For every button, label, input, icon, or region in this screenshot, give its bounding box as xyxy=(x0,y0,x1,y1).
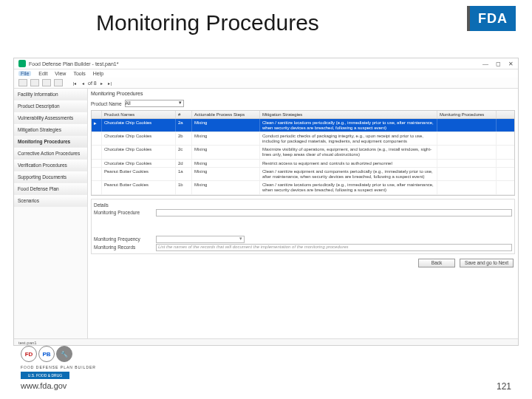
product-filter-label: Product Name xyxy=(91,101,122,106)
menu-edit[interactable]: Edit xyxy=(38,71,47,76)
close-icon[interactable]: ✕ xyxy=(508,61,514,67)
badge-pb-icon: PB xyxy=(38,346,55,362)
procedure-label: Monitoring Procedure xyxy=(94,210,153,215)
cell-step: Mixing xyxy=(192,168,260,180)
save-next-button[interactable]: Save and go to Next xyxy=(460,259,514,267)
records-placeholder: List the names of the records that will … xyxy=(158,245,348,249)
app-titlebar: Food Defense Plan Builder - test.pan1* —… xyxy=(14,58,518,69)
fdpb-label: FOOD DEFENSE PLAN BUILDER xyxy=(21,365,96,369)
cell-number: 2d xyxy=(176,160,192,168)
col-monitoring[interactable]: Monitoring Procedures xyxy=(437,111,497,118)
menubar: File Edit View Tools Help xyxy=(14,69,518,78)
sidebar-item-scenarios[interactable]: Scenarios xyxy=(14,195,87,207)
table-row[interactable]: Chocolate Chip Cookies2dMixingRestrict a… xyxy=(92,160,514,168)
cell-product: Chocolate Chip Cookies xyxy=(102,146,176,158)
cell-mitigation: Clean / sanitize equipment and component… xyxy=(260,168,437,180)
table-row[interactable]: Peanut Butter Cookies1bMixingClean / san… xyxy=(92,181,514,194)
grid: Product Names # Actionable Process Steps… xyxy=(91,110,515,196)
back-button[interactable]: Back xyxy=(418,259,455,267)
sidebar-item-facility[interactable]: Facility Information xyxy=(14,89,87,100)
cell-step: Mixing xyxy=(192,132,260,145)
cell-monitoring xyxy=(437,181,497,194)
cell-monitoring xyxy=(437,119,497,132)
cell-mitigation: Clean / sanitize locations periodically … xyxy=(260,181,437,194)
menu-tools[interactable]: Tools xyxy=(73,71,85,76)
table-row[interactable]: Peanut Butter Cookies1aMixingClean / san… xyxy=(92,168,514,181)
fdpb-badges: FD PB 🔧 xyxy=(21,346,72,362)
cell-mitigation: Restrict access to equipment and control… xyxy=(260,160,437,168)
procedure-input[interactable] xyxy=(156,209,512,216)
cell-product: Peanut Butter Cookies xyxy=(102,181,176,194)
statusbar: test.pan1 xyxy=(14,338,518,347)
badge-fd-icon: FD xyxy=(21,346,37,362)
cell-product: Chocolate Chip Cookies xyxy=(102,160,176,168)
window-title: Food Defense Plan Builder - test.pan1* xyxy=(29,61,118,66)
app-icon xyxy=(18,60,26,67)
chevron-down-icon: ▾ xyxy=(239,236,242,242)
frequency-combo[interactable]: ▾ xyxy=(156,236,245,243)
cell-product: Chocolate Chip Cookies xyxy=(102,132,176,145)
col-product[interactable]: Product Names xyxy=(102,111,176,118)
cell-number: 1a xyxy=(176,168,192,180)
col-mitigation[interactable]: Mitigation Strategies xyxy=(260,111,437,118)
section-title: Monitoring Procedures xyxy=(88,89,518,98)
col-step[interactable]: Actionable Process Steps xyxy=(192,111,260,118)
pager-last-icon[interactable]: ▸| xyxy=(107,80,113,86)
fda-sub-badge: U.S. FOOD & DRUG xyxy=(21,372,69,379)
col-selector xyxy=(92,111,102,118)
cell-mitigation: Maximize visibility of operations, equip… xyxy=(260,146,437,158)
sidebar-item-corrective[interactable]: Corrective Action Procedures xyxy=(14,148,87,160)
product-filter-value: All xyxy=(126,100,131,106)
sidebar: Facility Information Product Description… xyxy=(14,89,88,338)
pager-prev-icon[interactable]: ◂ xyxy=(80,80,86,86)
sidebar-item-monitoring[interactable]: Monitoring Procedures xyxy=(14,136,87,148)
row-marker xyxy=(92,181,102,194)
row-marker xyxy=(92,132,102,145)
menu-help[interactable]: Help xyxy=(93,71,103,76)
minimize-icon[interactable]: — xyxy=(482,61,488,67)
sidebar-item-plan[interactable]: Food Defense Plan xyxy=(14,183,87,195)
details-header: Details xyxy=(94,201,512,208)
table-row[interactable]: Chocolate Chip Cookies2cMixingMaximize v… xyxy=(92,146,514,159)
sidebar-item-verification[interactable]: Verification Procedures xyxy=(14,160,87,171)
sidebar-item-supporting[interactable]: Supporting Documents xyxy=(14,171,87,183)
cell-mitigation: Clean / sanitize locations periodically … xyxy=(260,119,437,132)
maximize-icon[interactable]: ◻ xyxy=(496,61,501,67)
details-section: Details Monitoring Procedure Monitoring … xyxy=(91,199,515,254)
toolbar-btn-2[interactable] xyxy=(30,79,39,86)
col-number[interactable]: # xyxy=(176,111,192,118)
sidebar-item-vulnerability[interactable]: Vulnerability Assessments xyxy=(14,112,87,124)
toolbar-btn-4[interactable] xyxy=(54,79,63,86)
cell-mitigation: Conduct periodic checks of packaging int… xyxy=(260,132,437,145)
cell-step: Mixing xyxy=(192,181,260,194)
cell-number: 1b xyxy=(176,181,192,194)
cell-product: Chocolate Chip Cookies xyxy=(102,119,176,132)
sidebar-item-product[interactable]: Product Description xyxy=(14,100,87,112)
pager-first-icon[interactable]: |◂ xyxy=(72,80,78,86)
pager: |◂ ◂ of 8 ▸ ▸| xyxy=(72,80,113,86)
row-marker xyxy=(92,168,102,180)
toolbar-btn-1[interactable] xyxy=(18,79,27,86)
badge-wrench-icon: 🔧 xyxy=(56,346,72,362)
cell-step: Mixing xyxy=(192,160,260,168)
product-filter-combo[interactable]: All xyxy=(125,100,184,107)
toolbar-btn-3[interactable] xyxy=(42,79,51,86)
fda-logo-badge: FDA xyxy=(470,6,516,31)
records-label: Monitoring Records xyxy=(94,245,153,250)
row-marker xyxy=(92,146,102,158)
cell-step: Mixing xyxy=(192,146,260,158)
page-number: 121 xyxy=(497,381,511,392)
cell-monitoring xyxy=(437,160,497,168)
menu-view[interactable]: View xyxy=(55,71,66,76)
table-row[interactable]: ▸Chocolate Chip Cookies2aMixingClean / s… xyxy=(92,119,514,132)
cell-monitoring xyxy=(437,146,497,158)
cell-product: Peanut Butter Cookies xyxy=(102,168,176,180)
sidebar-item-mitigation[interactable]: Mitigation Strategies xyxy=(14,124,87,136)
cell-monitoring xyxy=(437,168,497,180)
row-marker xyxy=(92,160,102,168)
records-input[interactable]: List the names of the records that will … xyxy=(156,244,512,251)
pager-next-icon[interactable]: ▸ xyxy=(99,80,105,86)
cell-step: Mixing xyxy=(192,119,260,132)
table-row[interactable]: Chocolate Chip Cookies2bMixingConduct pe… xyxy=(92,132,514,146)
menu-file[interactable]: File xyxy=(18,71,31,76)
